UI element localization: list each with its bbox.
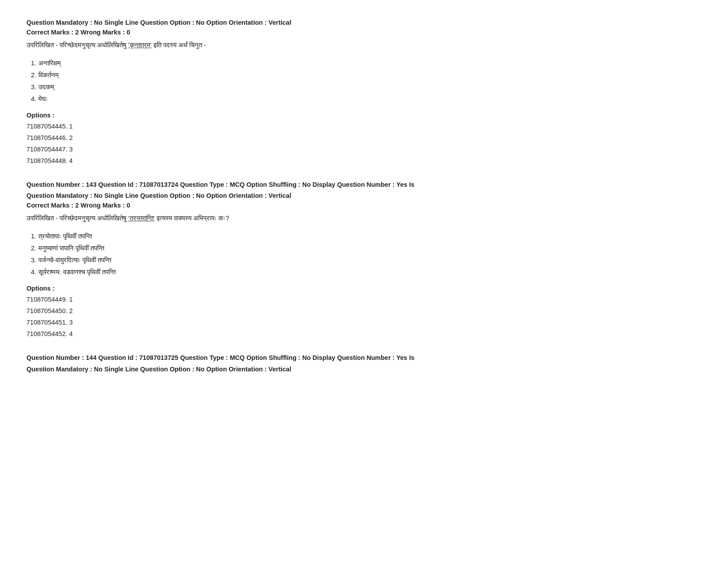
option-item-143-1: 1. त्रयोतापाः पृथिवीं तपन्ति [31, 230, 702, 242]
question-meta-143-line2: Question Mandatory : No Single Line Ques… [26, 191, 702, 201]
question-meta-143-line1: Question Number : 143 Question Id : 7108… [26, 180, 702, 190]
option-item-143-3: 3. पर्जन्यो-वायुरदित्याः पृथिवीं तपन्ति [31, 254, 702, 266]
marks-line-143: Correct Marks : 2 Wrong Marks : 0 [26, 202, 702, 209]
option-id-142-2: 71087054446. 2 [26, 132, 702, 144]
question-underlined-142: 'कृन्तत्रम्' [128, 41, 152, 49]
option-item-143-4: 4. सूर्यरश्मयः वडवानश्च पृथिवीं तपन्ति [31, 266, 702, 278]
question-plain-142: उपरिलिखित - परिच्छेदमनुसृत्य अधोलिखितेषु [26, 41, 128, 49]
option-item-143-2: 2. मनुष्याणां पापानि पृथिवीं तपन्ति [31, 242, 702, 254]
option-id-142-3: 71087054447. 3 [26, 144, 702, 155]
marks-line-142: Correct Marks : 2 Wrong Marks : 0 [26, 29, 702, 36]
option-id-143-1: 71087054449. 1 [26, 294, 702, 305]
option-ids-143: 71087054449. 1 71087054450. 2 7108705445… [26, 294, 702, 340]
option-id-142-1: 71087054445. 1 [26, 121, 702, 132]
option-id-143-3: 71087054451. 3 [26, 317, 702, 328]
meta-text-142-line1: Question Mandatory : No Single Line Ques… [26, 19, 291, 26]
meta-text-144-line1: Question Number : 144 Question Id : 7108… [26, 354, 414, 361]
options-list-143: 1. त्रयोतापाः पृथिवीं तपन्ति 2. मनुष्याण… [26, 230, 702, 278]
question-meta-144-line1: Question Number : 144 Question Id : 7108… [26, 353, 702, 363]
question-text-142: उपरिलिखित - परिच्छेदमनुसृत्य अधोलिखितेषु… [26, 39, 702, 51]
question-rest-143: इत्यस्य वाक्यस्य अभिप्रायः कः? [154, 214, 229, 222]
marks-text-143: Correct Marks : 2 Wrong Marks : 0 [26, 202, 130, 209]
options-label-142: Options : [26, 112, 702, 119]
meta-text-143-line1: Question Number : 143 Question Id : 7108… [26, 181, 414, 188]
options-label-143: Options : [26, 285, 702, 292]
question-text-143: उपरिलिखित - परिच्छेदमनुसृत्य अधोलिखितेषु… [26, 212, 702, 224]
option-item-142-3: 3. उदकम् [31, 81, 702, 93]
option-id-142-4: 71087054448. 4 [26, 155, 702, 166]
question-rest-142: इति पदस्य अर्थं चिनुत - [151, 41, 206, 49]
options-list-142: 1. अन्तरिक्षम् 2. विकर्तनम् 3. उदकम् 4. … [26, 57, 702, 105]
question-meta-144-line2: Question Mandatory : No Single Line Ques… [26, 364, 702, 374]
question-meta-142-line1: Question Mandatory : No Single Line Ques… [26, 18, 702, 28]
option-id-143-4: 71087054452. 4 [26, 328, 702, 340]
meta-text-144-line2: Question Mandatory : No Single Line Ques… [26, 366, 291, 373]
question-block-143: Question Number : 143 Question Id : 7108… [26, 180, 702, 340]
option-item-142-1: 1. अन्तरिक्षम् [31, 57, 702, 69]
option-item-142-4: 4. मेघः [31, 93, 702, 105]
meta-text-143-line2: Question Mandatory : No Single Line Ques… [26, 192, 291, 199]
question-block-142: Question Mandatory : No Single Line Ques… [26, 18, 702, 166]
question-plain-143: उपरिलिखित - परिच्छेदमनुसृत्य अधोलिखितेषु [26, 214, 128, 222]
question-underlined-143: 'त्रयस्तन्ति' [128, 214, 155, 222]
marks-text-142: Correct Marks : 2 Wrong Marks : 0 [26, 29, 130, 36]
option-item-142-2: 2. विकर्तनम् [31, 69, 702, 81]
option-ids-142: 71087054445. 1 71087054446. 2 7108705444… [26, 121, 702, 166]
question-block-144: Question Number : 144 Question Id : 7108… [26, 353, 702, 374]
option-id-143-2: 71087054450. 2 [26, 305, 702, 317]
